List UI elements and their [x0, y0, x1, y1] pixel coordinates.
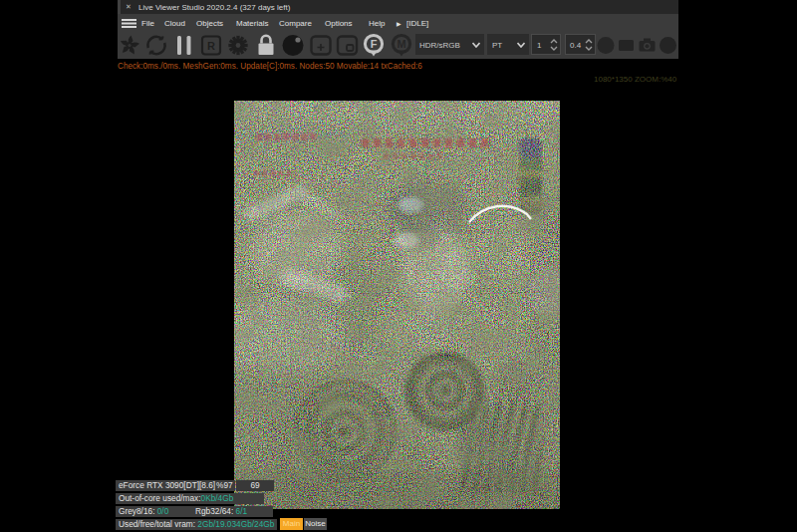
svg-text:M: M [397, 38, 405, 50]
svg-text:F: F [371, 38, 378, 50]
svg-text:R: R [207, 40, 215, 52]
